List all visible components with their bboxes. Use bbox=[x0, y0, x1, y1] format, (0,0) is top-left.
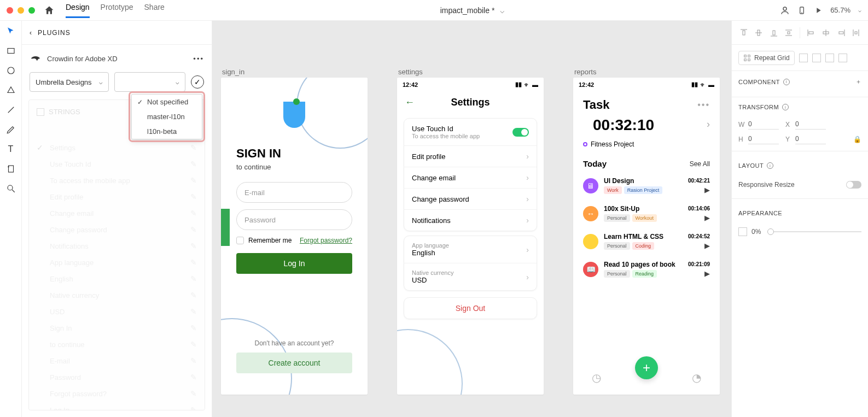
dropdown-item-beta[interactable]: l10n-beta bbox=[132, 124, 202, 139]
user-avatar-icon[interactable] bbox=[780, 5, 790, 15]
artboard-label-settings[interactable]: settings bbox=[398, 68, 423, 76]
list-item[interactable]: Native currency✎ bbox=[29, 287, 205, 303]
zoom-tool-icon[interactable] bbox=[6, 184, 16, 193]
list-item[interactable]: Edit profile✎ bbox=[29, 189, 205, 205]
task-menu-icon[interactable]: ••• bbox=[697, 100, 710, 110]
list-item[interactable]: Change password✎ bbox=[29, 221, 205, 238]
create-account-button[interactable]: Create account bbox=[236, 353, 352, 373]
task-item[interactable]: 🖥UI DesignWorkRasion Project00:42:21▶ bbox=[573, 172, 720, 199]
text-tool-icon[interactable]: T bbox=[6, 144, 16, 154]
edit-icon[interactable]: ✎ bbox=[190, 324, 197, 332]
currency-row[interactable]: Native currencyUSD› bbox=[404, 263, 537, 290]
zoom-level[interactable]: 65.7% bbox=[830, 6, 850, 14]
zoom-chevron-icon[interactable]: ⌵ bbox=[858, 7, 861, 13]
list-item[interactable]: USD✎ bbox=[29, 303, 205, 320]
align-left-icon[interactable] bbox=[807, 28, 815, 37]
info-icon[interactable]: i bbox=[783, 79, 790, 85]
mobile-preview-icon[interactable] bbox=[797, 6, 806, 15]
add-task-fab[interactable]: + bbox=[635, 356, 658, 379]
polygon-tool-icon[interactable] bbox=[6, 85, 16, 95]
forgot-password-link[interactable]: Forgot password? bbox=[300, 237, 352, 244]
width-input[interactable]: 0 bbox=[748, 119, 779, 130]
play-icon[interactable]: ▶ bbox=[688, 269, 710, 278]
list-item[interactable]: English✎ bbox=[29, 271, 205, 287]
repeat-grid-button[interactable]: Repeat Grid bbox=[738, 51, 795, 65]
edit-icon[interactable]: ✎ bbox=[190, 340, 197, 349]
select-all-checkbox[interactable] bbox=[37, 108, 44, 116]
list-item[interactable]: ✓Settings✎ bbox=[29, 139, 205, 156]
artboard-signin[interactable]: SIGN IN to continue E-mail Password Reme… bbox=[221, 78, 368, 395]
pie-chart-icon[interactable]: ◔ bbox=[692, 371, 701, 384]
list-item[interactable]: Notifications✎ bbox=[29, 238, 205, 254]
minimize-window-icon[interactable] bbox=[18, 7, 24, 14]
task-item[interactable]: 📖Read 10 pages of bookPersonalReading00:… bbox=[573, 255, 720, 283]
task-item[interactable]: Learn HTML & CSSPersonalCoding00:24:52▶ bbox=[573, 227, 720, 255]
see-all-link[interactable]: See All bbox=[690, 160, 710, 168]
chevron-right-icon[interactable]: › bbox=[707, 119, 710, 130]
play-icon[interactable]: ▶ bbox=[688, 214, 710, 222]
back-arrow-icon[interactable]: ← bbox=[405, 97, 415, 108]
sign-out-button[interactable]: Sign Out bbox=[404, 297, 537, 319]
canvas[interactable]: sign_in SIGN IN to continue E-mail Passw… bbox=[212, 21, 731, 417]
align-right-icon[interactable] bbox=[837, 28, 846, 37]
artboard-reports[interactable]: 12:42 ▮▮ᯤ▬ Task••• 00:32:10› Fitness Pro… bbox=[573, 78, 720, 395]
password-field[interactable]: Password bbox=[236, 209, 352, 230]
info-icon[interactable]: i bbox=[767, 162, 773, 169]
edit-icon[interactable]: ✎ bbox=[190, 192, 197, 201]
align-hcenter-icon[interactable] bbox=[822, 28, 830, 37]
boolean-add-icon[interactable] bbox=[799, 54, 808, 62]
edit-icon[interactable]: ✎ bbox=[190, 373, 197, 381]
x-input[interactable]: 0 bbox=[795, 119, 826, 130]
task-item[interactable]: ↔100x Sit-UpPersonalWorkout00:14:06▶ bbox=[573, 199, 720, 227]
touch-id-toggle[interactable] bbox=[512, 128, 529, 137]
distribute-v-icon[interactable] bbox=[784, 28, 793, 37]
responsive-toggle[interactable] bbox=[846, 181, 861, 189]
maximize-window-icon[interactable] bbox=[28, 7, 35, 14]
boolean-subtract-icon[interactable] bbox=[812, 54, 821, 62]
language-row[interactable]: App languageEnglish› bbox=[404, 236, 537, 263]
info-icon[interactable]: i bbox=[782, 104, 789, 110]
opacity-value[interactable]: 0% bbox=[752, 228, 761, 236]
dropdown-item-not-specified[interactable]: ✓Not specified bbox=[132, 95, 202, 109]
branch-select[interactable]: ⌵ bbox=[114, 72, 185, 92]
change-email-row[interactable]: Change email› bbox=[404, 167, 537, 189]
confirm-button[interactable]: ✓ bbox=[191, 75, 204, 89]
project-tag[interactable]: Fitness Project bbox=[573, 140, 720, 156]
edit-icon[interactable]: ✎ bbox=[190, 160, 197, 168]
touch-id-row[interactable]: Use Touch IdTo access the mobile app bbox=[404, 119, 537, 146]
clock-icon[interactable]: ◷ bbox=[592, 371, 601, 384]
align-top-icon[interactable] bbox=[739, 28, 748, 37]
edit-icon[interactable]: ✎ bbox=[190, 176, 197, 185]
edit-icon[interactable]: ✎ bbox=[190, 356, 197, 365]
tab-prototype[interactable]: Prototype bbox=[101, 3, 133, 18]
distribute-h-icon[interactable] bbox=[852, 28, 860, 37]
tab-design[interactable]: Design bbox=[66, 3, 90, 18]
artboard-label-reports[interactable]: reports bbox=[574, 68, 596, 76]
pen-tool-icon[interactable] bbox=[6, 125, 16, 134]
list-item[interactable]: E-mail✎ bbox=[29, 353, 205, 369]
edit-icon[interactable]: ✎ bbox=[190, 406, 197, 410]
add-component-icon[interactable]: ＋ bbox=[855, 78, 862, 86]
project-select[interactable]: Umbrella Designs ⌵ bbox=[30, 72, 109, 92]
list-item[interactable]: Change email✎ bbox=[29, 205, 205, 221]
artboard-settings[interactable]: 12:42 ▮▮ᯤ▬ ← Settings Use Touch IdTo acc… bbox=[397, 78, 544, 395]
play-icon[interactable]: ▶ bbox=[688, 242, 710, 250]
list-item[interactable]: Use Touch Id✎ bbox=[29, 156, 205, 172]
list-item[interactable]: Password✎ bbox=[29, 369, 205, 385]
height-input[interactable]: 0 bbox=[748, 134, 779, 144]
list-item[interactable]: Forgot password?✎ bbox=[29, 385, 205, 402]
edit-icon[interactable]: ✎ bbox=[190, 209, 197, 218]
edit-icon[interactable]: ✎ bbox=[190, 307, 197, 316]
list-item[interactable]: To access the mobile app✎ bbox=[29, 172, 205, 189]
artboard-label-signin[interactable]: sign_in bbox=[222, 68, 244, 76]
select-tool-icon[interactable] bbox=[6, 26, 16, 36]
home-icon[interactable] bbox=[44, 5, 55, 16]
align-vmiddle-icon[interactable] bbox=[754, 28, 763, 37]
list-item[interactable]: App language✎ bbox=[29, 254, 205, 271]
list-item[interactable]: Sign In✎ bbox=[29, 320, 205, 336]
edit-icon[interactable]: ✎ bbox=[190, 258, 197, 267]
dropdown-item-master[interactable]: master-l10n bbox=[132, 109, 202, 124]
chevron-down-icon[interactable]: ⌵ bbox=[500, 6, 504, 15]
notifications-row[interactable]: Notifications› bbox=[404, 210, 537, 231]
y-input[interactable]: 0 bbox=[795, 134, 826, 144]
